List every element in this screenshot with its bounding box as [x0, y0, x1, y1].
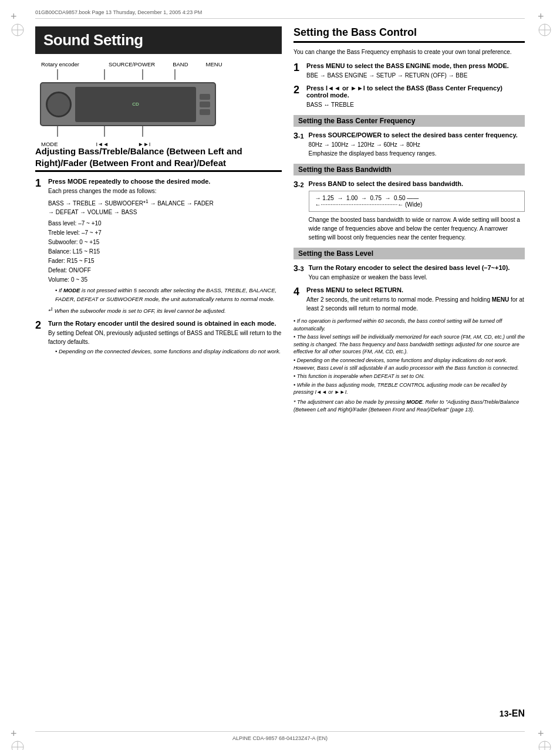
sub-section-bass-bandwidth: Setting the Bass Bandwidth [294, 164, 525, 175]
right-step-4-body: After 2 seconds, the unit returns to nor… [306, 295, 525, 313]
corner-decoration-tl [11, 11, 22, 22]
right-note-1: If no operation is performed within 60 s… [294, 317, 525, 332]
diagram-arrows [40, 69, 216, 81]
step-1-mode-chain: BASS → TREBLE → SUBWOOFER*1 → BALANCE → … [48, 198, 282, 217]
footer-text: ALPINE CDA-9857 68-04123Z47-A (EN) [232, 735, 328, 741]
left-section-heading: Adjusting Bass/Treble/Balance (Between L… [35, 146, 282, 172]
right-step-3-2-num: 3-2 [294, 180, 304, 242]
right-note-2: The bass level settings will be individu… [294, 333, 525, 356]
right-note-4: This function is inoperable when DEFEAT … [294, 373, 525, 380]
right-step-2-chain: BASS ↔ TREBLE [306, 100, 525, 109]
page-title: Sound Setting [35, 26, 282, 54]
right-step-3-2-body: Change the boosted bass bandwidth to wid… [309, 215, 525, 242]
right-step-4-num: 4 [294, 286, 302, 313]
step-2-number: 2 [35, 320, 43, 356]
bandwidth-diagram: → 1.25 → 1.00 → 0.75 → 0.50 ——←·········… [309, 191, 525, 212]
right-star-note: * The adjustment can also be made by pre… [294, 398, 525, 413]
corner-decoration-tr [538, 11, 549, 22]
step-1-body: Each press changes the mode as follows: … [48, 187, 282, 315]
right-step-1-content: Press MENU to select the BASS ENGINE mod… [306, 62, 525, 80]
right-step-2-num: 2 [294, 85, 302, 109]
right-step-3-1-content: Press SOURCE/POWER to select the desired… [309, 131, 525, 158]
right-notes-block: If no operation is performed within 60 s… [294, 317, 525, 396]
right-step-4-content: Press MENU to select RETURN. After 2 sec… [306, 286, 525, 313]
right-note-3: Depending on the connected devices, some… [294, 357, 525, 371]
step-2-note: Depending on the connected devices, some… [55, 348, 282, 354]
left-step-1: 1 Press MODE repeatedly to choose the de… [35, 178, 282, 315]
label-mode: MODE [41, 141, 58, 147]
step-1-intro: Each press changes the mode as follows: [48, 187, 282, 195]
right-step-1-num: 1 [294, 62, 302, 80]
header-text: 01GB00CDA9857.book Page 13 Thursday, Dec… [35, 9, 202, 15]
right-step-4-title: Press MENU to select RETURN. [306, 286, 525, 293]
label-source: SOURCE/POWER [109, 61, 155, 67]
right-step-4: 4 Press MENU to select RETURN. After 2 s… [294, 286, 525, 313]
sub-section-bass-level: Setting the Bass Level [294, 248, 525, 259]
left-step-2: 2 Turn the Rotary encoder until the desi… [35, 320, 282, 356]
right-step-3-1-num: 3-1 [294, 131, 304, 158]
right-step-1: 1 Press MENU to select the BASS ENGINE m… [294, 62, 525, 80]
right-intro: You can change the Bass Frequency emphas… [294, 48, 525, 56]
label-next: ►►I [138, 141, 150, 147]
right-step-1-title: Press MENU to select the BASS ENGINE mod… [306, 62, 525, 69]
step-2-body: By setting Defeat ON, previously adjuste… [48, 329, 282, 346]
left-column: Sound Setting Rotary encoder SOURCE/POWE… [35, 26, 282, 724]
label-menu: MENU [206, 61, 222, 67]
step-1-note1: If MODE is not pressed within 5 seconds … [55, 286, 282, 303]
right-step-3-3-body: You can emphasize or weaken the bass lev… [309, 273, 525, 282]
right-section-title: Setting the Bass Control [294, 26, 525, 43]
right-step-3-1: 3-1 Press SOURCE/POWER to select the des… [294, 131, 525, 158]
bandwidth-values: → 1.25 → 1.00 → 0.75 → 0.50 ——←·········… [315, 195, 423, 208]
corner-decoration-bl [11, 728, 22, 739]
right-step-3-1-chain: 80Hz → 100Hz → 120Hz → 60Hz → 80Hz [309, 140, 525, 149]
label-prev: I◄◄ [96, 141, 109, 147]
right-step-3-3-title: Turn the Rotary encoder to select the de… [309, 264, 525, 271]
right-step-3-2-title: Press BAND to select the desired bass ba… [309, 180, 525, 187]
page-suffix: -EN [508, 708, 525, 718]
label-band: BAND [173, 61, 188, 67]
diagram-labels-bottom: MODE I◄◄ ►►I [35, 141, 282, 147]
sub-section-bass-center: Setting the Bass Center Frequency [294, 115, 525, 127]
step-1-title: Press MODE repeatedly to choose the desi… [48, 178, 282, 185]
right-step-3-2-content: Press BAND to select the desired bass ba… [309, 180, 525, 242]
right-note-5: While in the bass adjusting mode, TREBLE… [294, 381, 525, 396]
step-1-note2: *1 When the subwoofer mode is set to OFF… [48, 306, 282, 315]
right-step-3-3-num: 3-3 [294, 264, 304, 282]
right-step-2-title: Press I◄◄ or ►►I to select the BASS (Bas… [306, 85, 525, 99]
corner-decoration-br [538, 728, 549, 739]
right-step-3-3: 3-3 Turn the Rotary encoder to select th… [294, 264, 525, 282]
step-2-content: Turn the Rotary encoder until the desire… [48, 320, 282, 356]
page-number: 13-EN [500, 702, 525, 721]
right-step-3-1-title: Press SOURCE/POWER to select the desired… [309, 131, 525, 138]
label-rotary: Rotary encoder [41, 61, 79, 67]
right-column: Setting the Bass Control You can change … [294, 26, 525, 724]
step-1-content: Press MODE repeatedly to choose the desi… [48, 178, 282, 315]
right-step-3-1-body: Emphasize the displayed bass frequency r… [309, 149, 525, 158]
step-1-levels: Bass level: –7 ~ +10 Treble level: –7 ~ … [48, 219, 282, 285]
right-step-3-2: 3-2 Press BAND to select the desired bas… [294, 180, 525, 242]
page-number-value: 13 [500, 709, 509, 718]
page-header: 01GB00CDA9857.book Page 13 Thursday, Dec… [35, 6, 525, 19]
right-step-2: 2 Press I◄◄ or ►►I to select the BASS (B… [294, 85, 525, 109]
right-step-2-content: Press I◄◄ or ►►I to select the BASS (Bas… [306, 85, 525, 109]
device-diagram: Rotary encoder SOURCE/POWER BAND MENU [35, 61, 282, 137]
right-step-1-chain: BBE → BASS ENGINE → SETUP → RETURN (OFF)… [306, 71, 525, 80]
diagram-bottom-arrows [40, 126, 216, 138]
step-2-title: Turn the Rotary encoder until the desire… [48, 320, 282, 327]
page-footer: ALPINE CDA-9857 68-04123Z47-A (EN) [35, 731, 525, 744]
content-area: Sound Setting Rotary encoder SOURCE/POWE… [35, 26, 525, 724]
diagram-labels-top: Rotary encoder SOURCE/POWER BAND MENU [35, 61, 282, 67]
step-1-number: 1 [35, 178, 43, 315]
right-step-3-3-content: Turn the Rotary encoder to select the de… [309, 264, 525, 282]
